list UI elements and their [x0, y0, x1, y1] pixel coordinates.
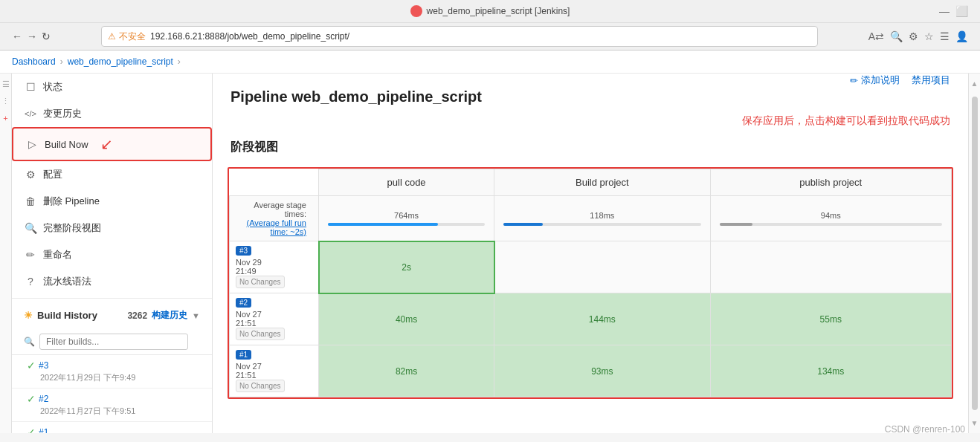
stage-cell-1-pull[interactable]: 82ms — [319, 345, 494, 397]
stage-cell-2-build[interactable]: 144ms — [494, 293, 710, 345]
stage-cell-3-pull[interactable]: 2s — [319, 241, 494, 293]
build-date-3: 2022年11月29日 下午9:49 — [27, 372, 200, 383]
sidebar-item-changes[interactable]: </> 变更历史 — [12, 100, 212, 127]
not-secure-label: 不安全 — [119, 30, 146, 43]
build-row-2: #2 Nov 27 21:51 No Changes 40ms 144ms 55… — [230, 293, 952, 345]
build-num-label-2: #2 — [39, 394, 48, 404]
favicon-icon — [410, 5, 422, 17]
url-text[interactable]: 192.168.6.21:8888/job/web_demo_pipeline_… — [150, 31, 349, 42]
address-bar[interactable]: ⚠ 不安全 192.168.6.21:8888/job/web_demo_pip… — [101, 26, 818, 47]
full-stage-icon: 🔍 — [24, 222, 37, 234]
browser-toolbar: A⇄ 🔍 ⚙ ☆ ☰ 👤 — [863, 30, 974, 42]
main-content: Pipeline web_demo_pipeline_script ✏ 添加说明… — [213, 74, 968, 433]
browser-titlebar: web_demo_pipeline_script [Jenkins] — ⬜ — [0, 0, 980, 22]
stage-cell-2-publish[interactable]: 55ms — [710, 293, 951, 345]
sidebar-item-delete[interactable]: 🗑 删除 Pipeline — [12, 188, 212, 215]
forward-button[interactable]: → — [27, 30, 37, 42]
avg-val-pull: 764ms — [319, 196, 494, 241]
stage-view-box: pull code Build project publish project … — [228, 167, 953, 399]
translate-icon[interactable]: A⇄ — [868, 30, 884, 42]
build-history-expand[interactable]: ▼ — [192, 311, 200, 320]
sidebar-item-build-now[interactable]: ▷ Build Now ↙ — [12, 127, 212, 161]
build-time-1-label: 21:51 — [236, 371, 257, 380]
delete-icon: 🗑 — [24, 195, 37, 207]
profile-icon[interactable]: 👤 — [955, 30, 968, 42]
col-build-project: Build project — [494, 169, 710, 196]
scrollbar-down[interactable]: ▼ — [971, 419, 979, 427]
no-changes-1: No Changes — [236, 380, 285, 392]
build-badge-2: #2 — [236, 298, 251, 308]
scrollbar-up[interactable]: ▲ — [971, 79, 979, 88]
refresh-button[interactable]: ↻ — [42, 30, 51, 42]
build-link-2[interactable]: ✓ #2 — [27, 393, 200, 405]
top-action-links: ✏ 添加说明 禁用项目 — [832, 74, 968, 96]
browser-nav[interactable]: ← → ↻ — [6, 29, 57, 44]
build-history-label: Build History — [37, 310, 123, 321]
avg-sublabel-text: (Average full run time: ~2s) — [246, 218, 306, 236]
rename-icon: ✏ — [24, 249, 37, 261]
breadcrumb-sep1: › — [60, 56, 63, 67]
minimize-button[interactable]: — — [939, 5, 950, 17]
edit-icon: ✏ — [850, 75, 858, 86]
build-history-link[interactable]: 构建历史 — [152, 309, 187, 322]
stage-table: pull code Build project publish project … — [229, 169, 952, 397]
sidebar-item-full-stage[interactable]: 🔍 完整阶段视图 — [12, 215, 212, 241]
sidebar-item-configure[interactable]: ⚙ 配置 — [12, 161, 212, 188]
build-date-2: 2022年11月27日 下午9:51 — [27, 406, 200, 417]
avg-val-publish-text: 94ms — [821, 211, 841, 220]
pipeline-syntax-icon: ? — [24, 276, 37, 287]
build-check-3: ✓ — [27, 360, 36, 371]
sidebar-divider — [12, 298, 212, 299]
build-time-3-label: 21:49 — [236, 267, 257, 276]
stage-cell-1-publish[interactable]: 134ms — [710, 345, 951, 397]
build-time-2-label: 21:51 — [236, 319, 257, 328]
filter-icon: 🔍 — [24, 337, 35, 347]
search-icon[interactable]: 🔍 — [890, 30, 903, 42]
build-filter-input[interactable] — [39, 334, 188, 350]
window-title: web_demo_pipeline_script [Jenkins] — [427, 6, 570, 16]
sidebar-item-pipeline-syntax[interactable]: ? 流水线语法 — [12, 268, 212, 295]
stage-cell-2-pull[interactable]: 40ms — [319, 293, 494, 345]
sidebar-item-rename[interactable]: ✏ 重命名 — [12, 241, 212, 268]
build-label-2: #2 Nov 27 21:51 No Changes — [230, 293, 319, 345]
settings-icon[interactable]: ⚙ — [909, 30, 918, 42]
build-history-icon: ☀ — [24, 310, 33, 321]
breadcrumb-dashboard[interactable]: Dashboard — [12, 56, 56, 67]
no-changes-2: No Changes — [236, 328, 285, 340]
build-link-3[interactable]: ✓ #3 — [27, 360, 200, 371]
section-title: 阶段视图 — [213, 134, 968, 167]
build-label-1: #1 Nov 27 21:51 No Changes — [230, 345, 319, 397]
build-date-1-label: Nov 27 — [236, 362, 262, 371]
avg-label-cell: Average stage times: (Average full run t… — [230, 196, 319, 241]
col-publish-project: publish project — [710, 169, 951, 196]
back-button[interactable]: ← — [12, 30, 22, 42]
build-link-1[interactable]: ✓ #1 — [27, 426, 200, 433]
sidebar-label-rename: 重命名 — [43, 248, 72, 261]
sidebar: ☐ 状态 </> 变更历史 ▷ Build Now ↙ ⚙ 配置 🗑 删除 Pi… — [12, 74, 213, 433]
build-num-label-3: #3 — [39, 360, 48, 371]
col-pull-code: pull code — [319, 169, 494, 196]
breadcrumb-pipeline[interactable]: web_demo_pipeline_script — [68, 56, 173, 67]
build-badge-3: #3 — [236, 246, 251, 256]
stage-cell-1-build[interactable]: 93ms — [494, 345, 710, 397]
scrollbar-thumb[interactable] — [972, 97, 978, 410]
disable-project-link[interactable]: 禁用项目 — [912, 74, 950, 87]
window-controls[interactable]: — ⬜ — [939, 5, 968, 17]
sidebar-item-status[interactable]: ☐ 状态 — [12, 74, 212, 100]
build-badge-1: #1 — [236, 350, 251, 360]
sidebar-label-pipeline-syntax: 流水线语法 — [43, 275, 91, 288]
build-history-count: 3262 — [127, 311, 147, 321]
build-filter: 🔍 — [12, 329, 212, 355]
build-list-item-1: ✓ #1 2022年11月27日 下午9:51 — [12, 422, 212, 433]
sidebar-label-configure: 配置 — [43, 168, 62, 181]
favorites-icon[interactable]: ☆ — [924, 30, 934, 42]
stage-cell-3-build — [494, 241, 710, 293]
sidebar-label-build-now: Build Now — [45, 139, 88, 150]
maximize-button[interactable]: ⬜ — [955, 5, 968, 17]
collections-icon[interactable]: ☰ — [940, 30, 950, 42]
page-title: Pipeline web_demo_pipeline_script — [213, 74, 500, 114]
add-desc-link[interactable]: ✏ 添加说明 — [850, 74, 900, 87]
breadcrumb-sep2: › — [178, 56, 181, 67]
build-history-header: ☀ Build History 3262 构建历史 ▼ — [12, 302, 212, 329]
configure-icon: ⚙ — [24, 169, 37, 181]
